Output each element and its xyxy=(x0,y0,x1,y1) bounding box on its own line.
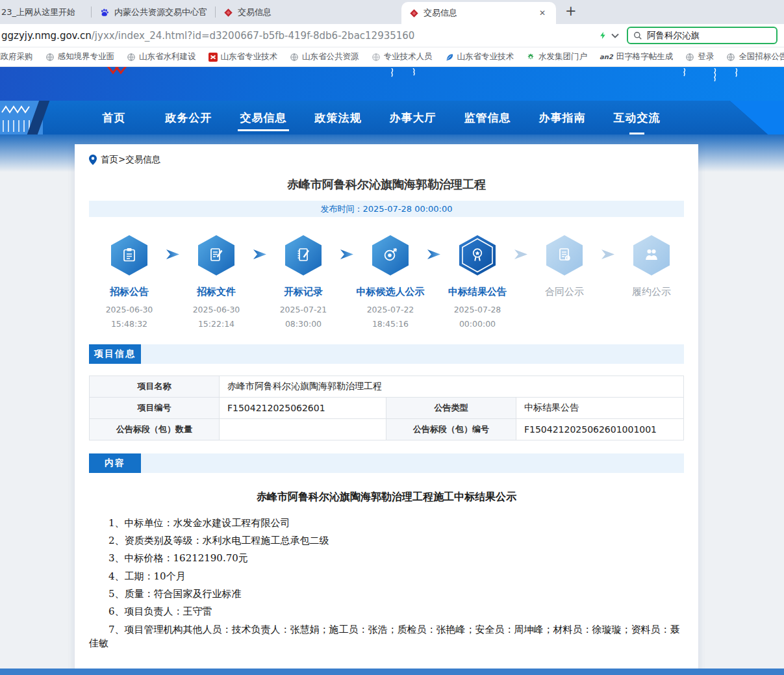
project-number-value: F1504212025062601 xyxy=(220,397,386,418)
chevron-down-icon[interactable] xyxy=(611,33,619,38)
content-line: 3、中标价格：16212190.70元 xyxy=(89,552,684,565)
bookmark-item[interactable]: 水发集团门户 xyxy=(526,51,587,62)
an2-text-icon: an2 xyxy=(600,53,613,60)
bookmark-item[interactable]: 省政府采购 xyxy=(0,51,33,62)
bookmark-item[interactable]: 山东省公共资源 xyxy=(290,51,359,62)
bookmark-item[interactable]: 全国招标公告公 xyxy=(726,51,784,62)
project-name-label: 项目名称 xyxy=(90,376,220,397)
nav-item-trade-info[interactable]: 交易信息 xyxy=(226,110,301,125)
bookmark-item[interactable]: 感知境界专业面 xyxy=(45,51,115,62)
step-arrow-icon xyxy=(514,235,528,260)
mongolian-script-decoration xyxy=(711,68,718,83)
step-datetime: 2025-07-2108:30:00 xyxy=(267,303,340,331)
page-body: 首页>交易信息 赤峰市阿鲁科尔沁旗陶海郭勒治理工程 发布时间：2025-07-2… xyxy=(0,134,784,675)
site-diamond-icon xyxy=(409,8,419,18)
search-icon xyxy=(633,31,642,40)
red-square-icon xyxy=(209,53,218,62)
footer-bar xyxy=(0,669,784,675)
breadcrumb[interactable]: 首页>交易信息 xyxy=(89,154,684,166)
section-number-label: 公告标段（包）编号 xyxy=(386,418,516,440)
nav-item-service-hall[interactable]: 办事大厅 xyxy=(375,110,450,125)
nav-item-home[interactable]: 首页 xyxy=(77,110,151,125)
nav-item-policy[interactable]: 政策法规 xyxy=(301,110,375,125)
award-icon xyxy=(459,235,496,276)
mongolian-script-decoration xyxy=(388,68,395,79)
bookmark-item[interactable]: 登录 xyxy=(685,51,714,62)
baidu-icon xyxy=(99,7,110,18)
globe-icon xyxy=(290,53,299,62)
step-contract-publicity: 合同公示 xyxy=(528,235,601,303)
nav-right-decoration xyxy=(703,101,784,134)
browser-tab-active[interactable]: 交易信息 ✕ xyxy=(401,2,556,24)
table-row: 项目编号 F1504212025062601 公告类型 中标结果公告 xyxy=(90,397,684,418)
step-label: 合同公示 xyxy=(528,286,601,298)
publish-time-bar: 发布时间：2025-07-28 00:00:00 xyxy=(89,201,684,217)
browser-tab-bar: 23_上网从这里开始 内蒙公共资源交易中心官网_百度 交易信息 交易信息 ✕ + xyxy=(0,0,784,24)
step-arrow-icon xyxy=(166,235,180,260)
process-steps: 招标公告 2025-06-3015:48:32 招标文件 2025-06-301… xyxy=(93,235,680,331)
section-count-label: 公告标段（包）数量 xyxy=(90,418,220,440)
globe-icon xyxy=(45,53,55,62)
globe-icon xyxy=(372,53,381,62)
tab-label: 内蒙公共资源交易中心官网_百度 xyxy=(114,6,207,18)
step-label: 履约公示 xyxy=(615,286,688,298)
page-title: 赤峰市阿鲁科尔沁旗陶海郭勒治理工程 xyxy=(89,177,684,192)
browser-tab[interactable]: 交易信息 xyxy=(216,1,401,24)
announcement-type-label: 公告类型 xyxy=(386,397,516,418)
content-line: 2、资质类别及等级：水利水电工程施工总承包二级 xyxy=(89,534,684,548)
feather-icon xyxy=(445,53,454,62)
bookmark-item[interactable]: 山东省水利建设 xyxy=(127,51,196,62)
step-performance-publicity: 履约公示 xyxy=(615,235,688,303)
content-line: 5、质量：符合国家及行业标准 xyxy=(89,587,684,601)
step-bid-opening-record[interactable]: 开标记录 2025-07-2108:30:00 xyxy=(267,235,340,331)
bookmark-item[interactable]: 专业技术人员 xyxy=(372,51,433,62)
site-diamond-icon xyxy=(223,8,233,18)
bookmark-item[interactable]: an2 田字格字帖生成 xyxy=(600,51,673,62)
notebook-pen-icon xyxy=(285,235,322,276)
step-winning-result-announcement[interactable]: 中标结果公告 2025-07-2800:00:00 xyxy=(441,235,514,331)
mongolian-script-decoration xyxy=(411,68,417,76)
step-datetime: 2025-06-3015:48:32 xyxy=(93,303,166,331)
content-line: 6、项目负责人：王守雷 xyxy=(89,605,684,618)
url-field[interactable]: ggzyjy.nmg.gov.cn/jyxx/index_24.html?id=… xyxy=(1,30,414,42)
step-arrow-icon xyxy=(427,235,441,260)
browser-tab[interactable]: 内蒙公共资源交易中心官网_百度 xyxy=(92,1,215,24)
step-winning-candidate-publicity[interactable]: 中标候选人公示 2025-07-2218:45:16 xyxy=(354,235,427,331)
browser-tab[interactable]: 23_上网从这里开始 xyxy=(0,1,91,24)
nav-item-supervision[interactable]: 监管信息 xyxy=(450,110,525,125)
globe-icon xyxy=(685,53,694,62)
nav-item-gov-disclosure[interactable]: 政务公开 xyxy=(151,110,226,125)
step-datetime: 2025-06-3015:22:14 xyxy=(180,303,253,331)
mongolian-script-decoration xyxy=(733,68,739,79)
nav-item-interaction[interactable]: 互动交流 xyxy=(600,110,674,125)
nav-zigzag-decoration xyxy=(1,105,31,114)
search-input[interactable]: 阿鲁科尔沁旗 xyxy=(627,27,778,44)
search-query: 阿鲁科尔沁旗 xyxy=(647,30,700,42)
bookmark-item[interactable]: 山东省专业技术 xyxy=(209,51,278,62)
target-icon xyxy=(372,235,409,276)
tab-label: 23_上网从这里开始 xyxy=(1,6,75,18)
step-arrow-icon xyxy=(601,235,615,260)
step-label: 招标公告 xyxy=(93,286,166,298)
step-tender-announcement[interactable]: 招标公告 2025-06-3015:48:32 xyxy=(93,235,166,331)
step-arrow-icon xyxy=(340,235,354,260)
nav-item-guide[interactable]: 办事指南 xyxy=(525,110,600,125)
section-badge: 项目信息 xyxy=(89,344,141,364)
bookmarks-bar: 省政府采购 感知境界专业面 山东省水利建设 山东省专业技术 山东省公共资源 专业… xyxy=(0,47,784,67)
announcement-type-value: 中标结果公告 xyxy=(516,397,684,418)
project-info-table: 项目名称 赤峰市阿鲁科尔沁旗陶海郭勒治理工程 项目编号 F15042120250… xyxy=(89,376,684,440)
step-label: 招标文件 xyxy=(180,286,253,298)
new-tab-button[interactable]: + xyxy=(556,3,585,21)
people-icon xyxy=(633,235,670,276)
globe-icon xyxy=(726,53,735,62)
tab-label: 交易信息 xyxy=(424,7,457,19)
section-badge: 内容 xyxy=(89,453,141,473)
extension-button[interactable] xyxy=(596,29,622,42)
bookmark-item[interactable]: 山东省专业技术 xyxy=(445,51,514,62)
table-row: 项目名称 赤峰市阿鲁科尔沁旗陶海郭勒治理工程 xyxy=(90,376,684,397)
address-bar: ggzyjy.nmg.gov.cn/jyxx/index_24.html?id=… xyxy=(0,24,784,47)
close-icon[interactable]: ✕ xyxy=(537,7,548,19)
step-tender-document[interactable]: 招标文件 2025-06-3015:22:14 xyxy=(180,235,253,331)
site-logo-partial xyxy=(103,67,131,77)
content-card: 首页>交易信息 赤峰市阿鲁科尔沁旗陶海郭勒治理工程 发布时间：2025-07-2… xyxy=(75,144,698,675)
